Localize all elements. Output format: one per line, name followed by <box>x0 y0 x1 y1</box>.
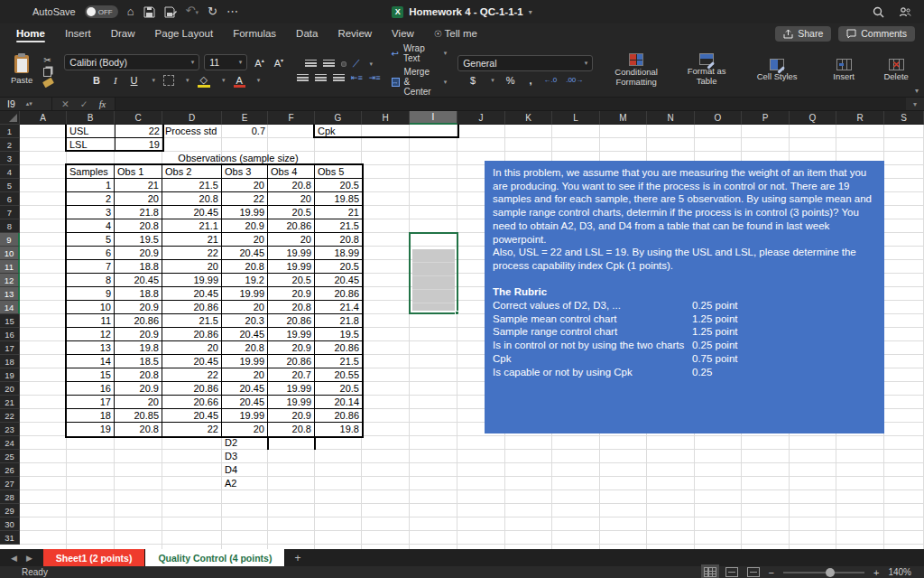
merge-center-button[interactable]: ↔ Merge & Center▾ <box>392 67 448 97</box>
save-icon[interactable] <box>143 6 155 18</box>
obs-data-cell[interactable]: 20.8 <box>115 423 162 436</box>
obs-data-cell[interactable]: 20.86 <box>315 409 362 423</box>
obs-data-cell[interactable]: 20.45 <box>115 274 162 287</box>
column-header-Q[interactable]: Q <box>790 111 836 125</box>
zoom-in-button[interactable]: + <box>873 567 879 578</box>
obs-data-cell[interactable]: 20.86 <box>315 341 362 355</box>
obs-data-cell[interactable]: 20.8 <box>115 368 162 382</box>
obs-data-cell[interactable]: 20.55 <box>315 368 362 382</box>
font-color-chevron-icon[interactable]: ▾ <box>257 77 261 84</box>
tab-draw[interactable]: Draw <box>102 25 144 42</box>
obs-data-cell[interactable]: 14 <box>67 355 115 368</box>
orientation-icon[interactable]: ⟋ <box>353 58 360 70</box>
obs-data-cell[interactable]: 9 <box>67 287 115 301</box>
obs-data-cell[interactable]: 20.86 <box>115 314 162 328</box>
obs-data-cell[interactable]: 21.5 <box>315 355 362 368</box>
obs-data-cell[interactable]: 21.8 <box>115 206 162 219</box>
obs-data-cell[interactable]: 21 <box>115 179 162 192</box>
tab-review[interactable]: Review <box>328 25 381 42</box>
confirm-entry-icon[interactable]: ✓ <box>80 98 88 109</box>
obs-data-cell[interactable]: 19 <box>67 423 115 436</box>
problem-textbox[interactable]: In this problem, we assume that you are … <box>485 161 884 434</box>
obs-data-cell[interactable]: 20.45 <box>162 287 222 301</box>
align-top-icon[interactable] <box>305 60 317 68</box>
cell-E1[interactable]: 0.7 <box>222 125 268 138</box>
obs-data-cell[interactable]: 20.8 <box>222 260 268 274</box>
obs-data-cell[interactable]: 20.45 <box>162 206 222 219</box>
row-header-14[interactable]: 14 <box>0 301 20 314</box>
percent-icon[interactable]: % <box>504 75 518 86</box>
obs-header-cell[interactable]: Obs 1 <box>115 165 162 179</box>
obs-data-cell[interactable]: 20.45 <box>222 247 268 260</box>
obs-data-cell[interactable]: 19.85 <box>315 192 362 206</box>
row-header-30[interactable]: 30 <box>0 517 20 531</box>
align-left-icon[interactable] <box>297 74 309 82</box>
column-header-M[interactable]: M <box>600 111 647 125</box>
row-header-28[interactable]: 28 <box>0 490 20 504</box>
row-header-23[interactable]: 23 <box>0 423 20 436</box>
formula-bar-expand-icon[interactable]: ▾ <box>906 100 924 108</box>
increase-decimal-icon[interactable]: ←.0 <box>543 76 557 84</box>
undo-icon[interactable]: ↶▾ <box>186 0 199 24</box>
share-button[interactable]: Share <box>775 26 831 42</box>
obs-data-cell[interactable]: 20.45 <box>222 328 268 341</box>
conditional-formatting-button[interactable]: Conditional Formatting <box>604 51 669 89</box>
normal-view-icon[interactable] <box>704 567 716 577</box>
select-all-corner[interactable] <box>0 111 20 125</box>
obs-data-cell[interactable]: 18.99 <box>315 247 362 260</box>
obs-data-cell[interactable]: 20 <box>162 260 222 274</box>
orientation-chevron-icon[interactable]: ▾ <box>369 61 373 68</box>
prev-sheet-icon[interactable]: ◀ <box>11 554 17 563</box>
row-header-12[interactable]: 12 <box>0 274 20 287</box>
obs-header-cell[interactable]: Obs 2 <box>162 165 222 179</box>
obs-data-cell[interactable]: 6 <box>67 247 115 260</box>
obs-data-cell[interactable]: 20 <box>222 301 268 314</box>
obs-data-cell[interactable]: 20.9 <box>115 301 162 314</box>
obs-data-cell[interactable]: 20.9 <box>222 219 268 233</box>
row-header-10[interactable]: 10 <box>0 247 20 260</box>
row-header-17[interactable]: 17 <box>0 341 20 355</box>
obs-data-cell[interactable]: 7 <box>67 260 115 274</box>
insert-cells-button[interactable]: Insert <box>820 57 867 84</box>
obs-data-cell[interactable]: 19.99 <box>268 260 315 274</box>
obs-data-cell[interactable]: 20 <box>115 192 162 206</box>
row-header-9[interactable]: 9 <box>0 233 20 247</box>
obs-data-cell[interactable]: 19.99 <box>222 409 268 423</box>
ribbon-collapse-icon[interactable]: ▾ <box>915 87 919 95</box>
row-header-24[interactable]: 24 <box>0 436 20 450</box>
tab-insert[interactable]: Insert <box>56 25 100 42</box>
obs-data-cell[interactable]: 22 <box>162 368 222 382</box>
cell-E26[interactable]: D4 <box>222 463 268 477</box>
row-header-18[interactable]: 18 <box>0 355 20 368</box>
row-header-19[interactable]: 19 <box>0 368 20 382</box>
obs-data-cell[interactable]: 21.5 <box>315 219 362 233</box>
obs-data-cell[interactable]: 21.5 <box>162 179 222 192</box>
next-sheet-icon[interactable]: ▶ <box>26 554 32 563</box>
obs-data-cell[interactable]: 17 <box>67 396 115 409</box>
obs-data-cell[interactable]: 21.5 <box>162 314 222 328</box>
obs-data-cell[interactable]: 20 <box>222 368 268 382</box>
delete-cells-button[interactable]: ✕ Delete <box>873 57 919 84</box>
obs-data-cell[interactable]: 20.9 <box>115 328 162 341</box>
column-header-P[interactable]: P <box>742 111 790 125</box>
home-icon[interactable]: ⌂ <box>127 0 134 23</box>
copy-icon[interactable] <box>43 68 51 77</box>
obs-data-cell[interactable]: 19.99 <box>268 328 315 341</box>
people-icon[interactable] <box>899 6 911 18</box>
obs-data-cell[interactable]: 20.8 <box>268 423 315 436</box>
column-header-C[interactable]: C <box>115 111 162 125</box>
obs-data-cell[interactable]: 22 <box>222 192 268 206</box>
borders-icon[interactable] <box>163 75 174 86</box>
cell-E25[interactable]: D3 <box>222 450 268 463</box>
align-middle-icon[interactable] <box>323 60 335 68</box>
column-header-K[interactable]: K <box>505 111 552 125</box>
decrease-font-icon[interactable]: A▾ <box>272 57 286 69</box>
decrease-decimal-icon[interactable]: .00→ <box>566 76 583 84</box>
obs-data-cell[interactable]: 16 <box>67 382 115 396</box>
row-header-16[interactable]: 16 <box>0 328 20 341</box>
row-header-3[interactable]: 3 <box>0 152 20 165</box>
column-header-E[interactable]: E <box>222 111 268 125</box>
obs-data-cell[interactable]: 18 <box>67 409 115 423</box>
obs-data-cell[interactable]: 20.9 <box>268 409 315 423</box>
format-painter-icon[interactable] <box>42 77 54 88</box>
